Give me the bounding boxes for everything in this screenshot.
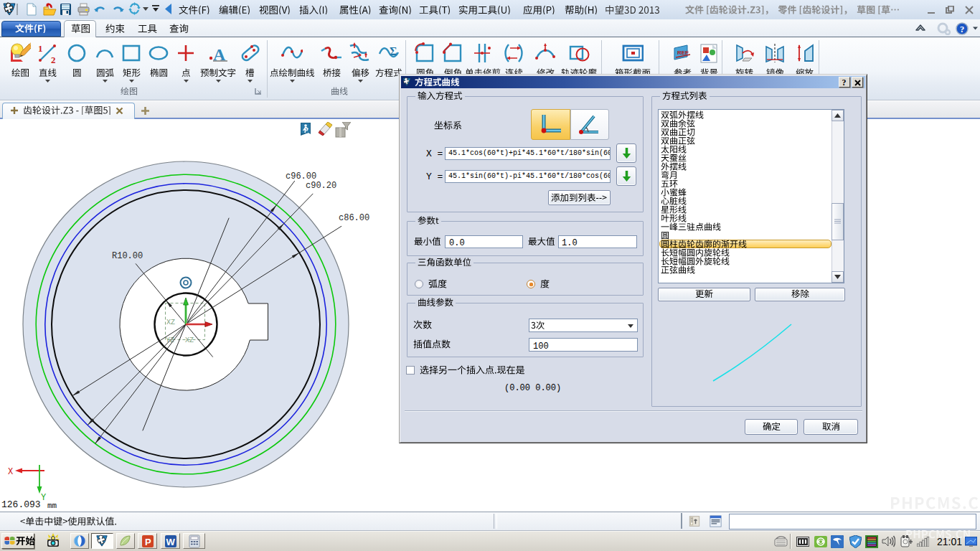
svg-text:R10.00: R10.00 (112, 251, 143, 261)
svg-text:X: X (8, 467, 13, 477)
svg-text:126.093: 126.093 (1, 499, 41, 510)
svg-text:c96.00: c96.00 (286, 171, 316, 182)
svg-text:mm: mm (47, 501, 57, 510)
svg-text:c86.00: c86.00 (339, 213, 369, 223)
svg-text:c90.20: c90.20 (306, 181, 336, 191)
svg-text:2: 2 (51, 55, 56, 64)
svg-text:1: 1 (38, 43, 43, 54)
svg-text:Σ: Σ (390, 45, 397, 57)
svg-text:Y: Y (41, 493, 46, 503)
svg-text:XZ: XZ (185, 336, 194, 344)
svg-text:?: ? (960, 24, 964, 34)
svg-text:XZ: XZ (166, 319, 175, 326)
